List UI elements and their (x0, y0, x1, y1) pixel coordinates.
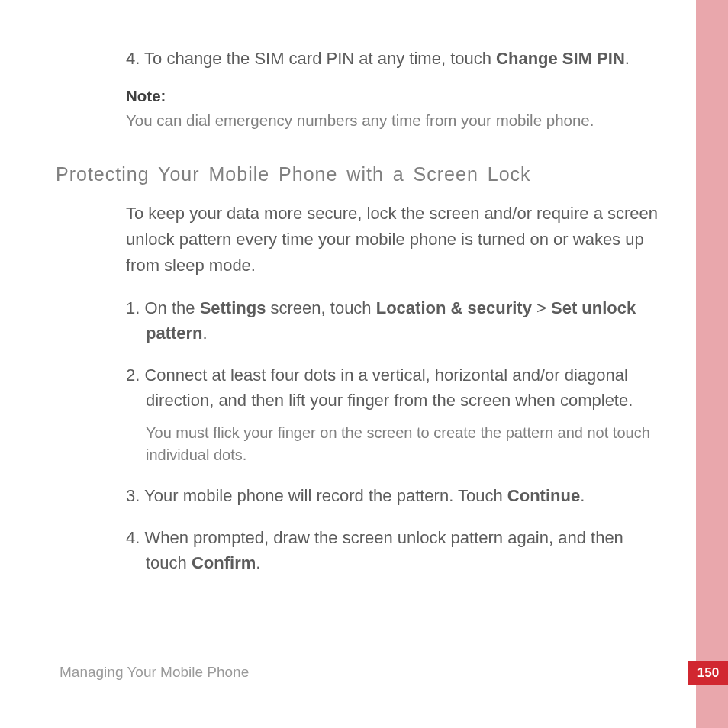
step-1: 1. On the Settings screen, touch Locatio… (126, 295, 667, 346)
page-number: 150 (697, 665, 719, 681)
section-heading: Protecting Your Mobile Phone with a Scre… (56, 163, 667, 185)
step-3: 3. Your mobile phone will record the pat… (126, 483, 667, 508)
page-number-tab: 150 (688, 661, 728, 685)
note-text: You can dial emergency numbers any time … (126, 110, 667, 132)
note-box: Note: You can dial emergency numbers any… (126, 82, 667, 140)
note-label: Note: (126, 87, 667, 105)
content-area: 4. To change the SIM card PIN at any tim… (0, 46, 728, 575)
thumb-index-band (696, 0, 728, 728)
step-2: 2. Connect at least four dots in a verti… (126, 362, 667, 466)
footer-text: Managing Your Mobile Phone (60, 664, 249, 681)
section-intro: To keep your data more secure, lock the … (126, 201, 667, 279)
step-4: 4. When prompted, draw the screen unlock… (126, 525, 667, 575)
document-page: 150 4. To change the SIM card PIN at any… (0, 0, 728, 728)
step-2-subnote: You must flick your finger on the screen… (146, 422, 667, 466)
prior-step-4: 4. To change the SIM card PIN at any tim… (146, 46, 667, 71)
